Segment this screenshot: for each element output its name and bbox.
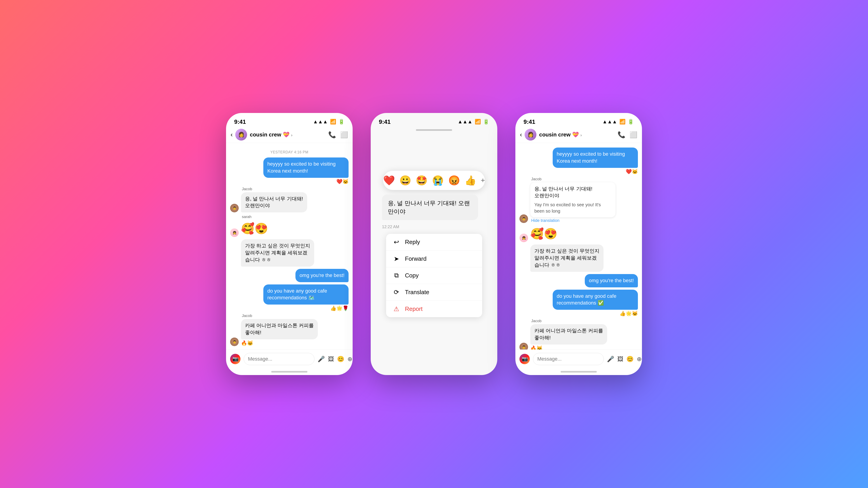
input-actions-1: 🎤 🖼 😊 ⊕ <box>318 356 352 363</box>
emoji-icon-1[interactable]: 😊 <box>337 356 344 363</box>
p3-sarah-text-bubble: 가장 하고 싶은 것이 무엇인지알려주시면 계획을 세워보겠습니다 ㅎㅎ <box>530 245 603 271</box>
camera-button-1[interactable]: 📷 <box>230 354 241 364</box>
menu-item-copy[interactable]: ⧉ Copy <box>386 267 482 284</box>
cafe-msg-content-1: do you have any good cafe recommendation… <box>264 285 348 312</box>
menu-item-translate[interactable]: ⟳ Translate <box>386 284 482 301</box>
cafe-bubble-1: do you have any good cafe recommendation… <box>264 285 348 305</box>
status-bar-1: 9:41 ▲▲▲ 📶 🔋 <box>226 113 352 127</box>
jacob-bubble-1: 응, 널 만나서 너무 기대돼!오랜만이야 <box>241 192 307 213</box>
emoji-reaction-bar: ❤️ 😀 🤩 😭 😡 👍 + <box>383 171 485 190</box>
emoji-icon-3[interactable]: 😊 <box>626 356 633 363</box>
camera-icon-1: 📷 <box>232 356 239 362</box>
p3-cafe-reactions: 👍🌟🐱 <box>553 311 638 317</box>
p3-jacob-cafe-sender: Jacob <box>531 319 607 323</box>
jacob-avatar-cafe-1: 👨 <box>230 337 239 346</box>
header-title-3: cousin crew 💝 › <box>539 131 615 138</box>
home-indicator-3 <box>515 368 642 375</box>
mic-icon-3[interactable]: 🎤 <box>607 356 614 363</box>
menu-item-forward[interactable]: ➤ Forward <box>386 251 482 267</box>
message-row-sarah-1: 👧 sarah 🥰😍 <box>230 215 348 237</box>
reply-icon: ↩ <box>393 238 401 246</box>
p3-jacob-korean: 응, 널 만나서 너무 기대돼!오랜만이야 <box>534 186 612 199</box>
message-row-jacob-1: 👨 Jacob 응, 널 만나서 너무 기대돼!오랜만이야 <box>230 187 348 213</box>
jacob-msg-content-1: Jacob 응, 널 만나서 너무 기대돼!오랜만이야 <box>241 187 307 213</box>
translate-icon: ⟳ <box>393 289 401 296</box>
omg-msg-content-1: omg you're the best! <box>296 269 348 282</box>
p3-jacob-cafe-avatar: 👨 <box>520 343 528 350</box>
header-avatar-3: 👩 <box>525 129 536 140</box>
message-row-sent-1: heyyyy so excited to be visiting Korea n… <box>230 158 348 185</box>
image-icon-3[interactable]: 🖼 <box>617 356 623 363</box>
p3-jacob-cafe-row: 👨 Jacob 카페 어니언과 마일스톤 커피를좋아해! 🔥🐱 <box>520 319 638 350</box>
forward-icon: ➤ <box>393 255 401 263</box>
p3-jacob-content: Jacob 응, 널 만나서 너무 기대돼!오랜만이야 Yay I'm so e… <box>530 177 616 223</box>
plus-icon-1[interactable]: ⊕ <box>347 356 352 363</box>
phone-call-icon-3[interactable]: 📞 <box>618 131 625 138</box>
video-call-icon-3[interactable]: ⬜ <box>629 131 638 138</box>
forward-label: Forward <box>405 255 427 262</box>
translate-label: Translate <box>405 289 429 296</box>
wifi-icon-1: 📶 <box>330 119 336 125</box>
signal-icon-3: ▲▲▲ <box>602 119 617 125</box>
status-time-1: 9:41 <box>234 119 246 125</box>
mic-icon-1[interactable]: 🎤 <box>318 356 325 363</box>
p3-sarah-content: 🥰😍 <box>530 225 557 242</box>
cafe-reactions-1: 👍🌟🌹 <box>264 305 348 311</box>
bubble-sent-1: heyyyy so excited to be visiting Korea n… <box>264 158 348 178</box>
back-button-3[interactable]: ‹ <box>520 131 522 138</box>
phone-1: 9:41 ▲▲▲ 📶 🔋 ‹ 👩 cousin crew 💝 › 📞 ⬜ YES… <box>226 113 352 375</box>
sarah-msg-content-1: sarah 🥰😍 <box>241 215 268 237</box>
video-call-icon-1[interactable]: ⬜ <box>340 131 348 138</box>
report-label: Report <box>405 305 423 313</box>
header-actions-1: 📞 ⬜ <box>328 131 348 138</box>
reply-label: Reply <box>405 238 420 246</box>
home-bar-1 <box>271 371 307 372</box>
message-row-cafe-1: do you have any good cafe recommendation… <box>230 285 348 312</box>
menu-item-report[interactable]: ⚠ Report <box>386 301 482 317</box>
avatar-img-1: 👩 <box>235 129 247 140</box>
p3-msg-jacob-1: 👨 Jacob 응, 널 만나서 너무 기대돼!오랜만이야 Yay I'm so… <box>520 177 638 223</box>
phone-3: 9:41 ▲▲▲ 📶 🔋 ‹ 👩 cousin crew 💝 › 📞 ⬜ hey… <box>515 113 642 375</box>
header-actions-3: 📞 ⬜ <box>618 131 638 138</box>
image-icon-1[interactable]: 🖼 <box>328 356 334 363</box>
p3-bubble-sent-1: heyyyy so excited to be visiting Korea n… <box>553 148 638 168</box>
reaction-star-eyes[interactable]: 🤩 <box>416 175 428 186</box>
p3-jacob-cafe-content: Jacob 카페 어니언과 마일스톤 커피를좋아해! 🔥🐱 <box>530 319 607 350</box>
p3-sarah-text-row: 가장 하고 싶은 것이 무엇인지알려주시면 계획을 세워보겠습니다 ㅎㅎ <box>520 245 638 271</box>
p3-jacob-cafe-bubble: 카페 어니언과 마일스톤 커피를좋아해! <box>530 324 607 345</box>
reaction-cry[interactable]: 😭 <box>432 175 444 186</box>
avatar-img-3: 👩 <box>525 129 536 140</box>
back-button-1[interactable]: ‹ <box>230 131 232 138</box>
hide-translation-btn[interactable]: Hide translation <box>531 218 616 223</box>
reaction-grin[interactable]: 😀 <box>399 175 411 186</box>
message-row-omg-1: omg you're the best! <box>230 269 348 282</box>
camera-button-3[interactable]: 📷 <box>520 354 530 364</box>
input-bar-3: 📷 🎤 🖼 😊 ⊕ <box>515 350 642 368</box>
phone-2: 9:41 ▲▲▲ 📶 🔋 ❤️ 😀 🤩 😭 😡 👍 + 응, 널 만나서 너무 … <box>371 113 497 375</box>
sarah-bubble-1: 🥰😍 <box>241 220 268 237</box>
plus-icon-3[interactable]: ⊕ <box>637 356 642 363</box>
context-message-bubble: 응, 널 만나서 너무 기대돼! 오랜만이야 <box>382 195 478 220</box>
reaction-plus[interactable]: + <box>481 176 485 185</box>
message-input-3[interactable] <box>533 353 604 365</box>
p3-cafe-bubble: do you have any good cafe recommendation… <box>553 290 638 310</box>
p3-jacob-card: 응, 널 만나서 너무 기대돼!오랜만이야 Yay I'm so excited… <box>530 182 616 218</box>
jacob-sender-1: Jacob <box>242 187 307 191</box>
sarah-sender-1: sarah <box>242 215 268 219</box>
message-input-1[interactable] <box>244 353 314 365</box>
p3-jacob-avatar: 👨 <box>520 215 528 223</box>
p3-sarah-text-content: 가장 하고 싶은 것이 무엇인지알려주시면 계획을 세워보겠습니다 ㅎㅎ <box>530 245 603 271</box>
message-row-cafe-rec-1: 👨 Jacob 카페 어니언과 마일스톤 커피를좋아해! 🔥🐱 <box>230 314 348 346</box>
status-icons-3: ▲▲▲ 📶 🔋 <box>602 119 634 125</box>
reaction-thumbsup[interactable]: 👍 <box>465 175 476 186</box>
home-indicator-1 <box>226 368 352 375</box>
home-bar-3 <box>561 371 597 372</box>
context-menu: ↩ Reply ➤ Forward ⧉ Copy ⟳ Translate ⚠ R… <box>386 234 482 317</box>
phone-call-icon-1[interactable]: 📞 <box>328 131 336 138</box>
reaction-heart[interactable]: ❤️ <box>383 175 395 186</box>
p3-omg-bubble: omg you're the best! <box>585 274 638 287</box>
signal-icon-1: ▲▲▲ <box>313 119 328 125</box>
menu-item-reply[interactable]: ↩ Reply <box>386 234 482 251</box>
sarah-text-content-1: 가장 하고 싶은 것이 무엇인지알려주시면 계획을 세워보겠습니다 ㅎㅎ <box>241 239 314 266</box>
reaction-angry[interactable]: 😡 <box>448 175 460 186</box>
